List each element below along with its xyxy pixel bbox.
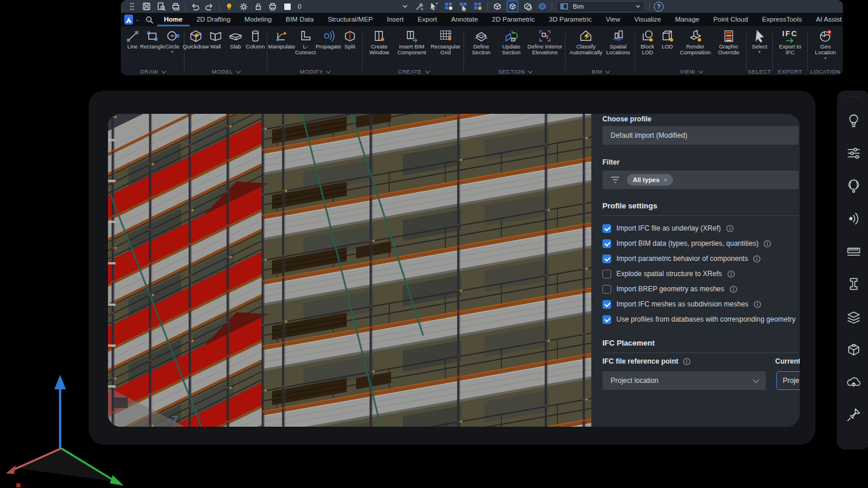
tool-block-lod[interactable]: Block LOD: [637, 27, 657, 57]
tool-lod[interactable]: LOD: [657, 27, 677, 50]
group-label-create[interactable]: CREATE: [365, 67, 461, 75]
propagate-waves-icon[interactable]: [846, 211, 862, 226]
cube-copy-icon[interactable]: [522, 1, 533, 12]
tool-rectangle[interactable]: Rectangle: [142, 27, 162, 50]
tab-ai-assist[interactable]: AI Assist: [809, 13, 843, 26]
setting-row-6[interactable]: Use profiles from databases with corresp…: [602, 312, 800, 327]
multi-select-cursor-icon[interactable]: [429, 1, 440, 12]
tool-insert-bim-component[interactable]: Insert BIM Component: [393, 27, 430, 57]
deck-icon[interactable]: [846, 243, 862, 259]
cube-filled-icon[interactable]: [537, 1, 548, 12]
tab-home[interactable]: Home: [157, 13, 190, 26]
tab-annotate[interactable]: Annotate: [444, 13, 485, 26]
cloud-upload-icon[interactable]: [846, 374, 862, 390]
lamp-icon[interactable]: [224, 1, 234, 12]
block-icon[interactable]: [846, 341, 862, 357]
tab-2d-drafting[interactable]: 2D Drafting: [190, 13, 238, 26]
pin-icon[interactable]: [846, 407, 862, 423]
group-label-modify[interactable]: MODIFY: [270, 67, 360, 75]
sun-icon[interactable]: [238, 1, 249, 12]
group-label-bim[interactable]: BIM: [568, 67, 632, 75]
checkbox-checked[interactable]: [602, 315, 611, 324]
tab-view[interactable]: View: [599, 13, 628, 26]
setting-row-3[interactable]: Explode spatial structure to XRefs: [602, 266, 800, 281]
tool-circle[interactable]: Circle▾: [162, 27, 182, 54]
tool-render-composition[interactable]: Render Composition: [677, 27, 713, 57]
tool-rectangular-grid[interactable]: Rectangular Grid: [430, 27, 461, 57]
undo-icon[interactable]: [190, 1, 200, 12]
current-location-button[interactable]: Proje: [776, 371, 800, 390]
chip-close-icon[interactable]: ×: [664, 176, 667, 183]
tool-graphic-override[interactable]: Graphic Override: [713, 27, 744, 57]
tab-modeling[interactable]: Modeling: [238, 13, 279, 26]
tab-3d-parametric[interactable]: 3D Parametric: [542, 13, 599, 26]
tab-2d-parametric[interactable]: 2D Parametric: [485, 13, 542, 26]
menu-caret-icon[interactable]: ▾: [824, 57, 827, 60]
tool-propagate[interactable]: Propagate: [317, 27, 340, 50]
filter-field[interactable]: All types×: [602, 170, 799, 189]
printer2-icon[interactable]: [267, 1, 278, 12]
layers-icon[interactable]: [846, 309, 862, 325]
group-label-select[interactable]: SELECT: [749, 67, 769, 75]
tool-export-to-ifc[interactable]: IFCExport to IFC: [775, 27, 805, 57]
setting-row-1[interactable]: Import BIM data (types, properties, quan…: [602, 236, 800, 251]
chevron-down-icon[interactable]: [400, 1, 410, 12]
eyedropper-icon[interactable]: [414, 1, 425, 12]
tool-select[interactable]: Select▾: [750, 27, 769, 54]
tool-l-connect[interactable]: L-Connect: [294, 27, 316, 57]
group-label-location[interactable]: LOCATION: [810, 67, 841, 75]
tab-bim-data[interactable]: BIM Data: [279, 13, 321, 26]
tool-wall[interactable]: Wall: [205, 27, 225, 50]
checkbox-unchecked[interactable]: [602, 285, 611, 294]
checkbox-unchecked[interactable]: [602, 270, 611, 278]
setting-row-0[interactable]: Import IFC file as underlay (XRef): [602, 221, 800, 236]
print-icon[interactable]: [170, 1, 181, 12]
tool-update-section[interactable]: Update Section: [496, 27, 527, 57]
tab-export[interactable]: Export: [411, 13, 444, 26]
redo-icon[interactable]: [204, 1, 215, 12]
tab-expresstools[interactable]: ExpressTools: [755, 13, 808, 26]
grid-bulb-white-icon[interactable]: [444, 1, 454, 12]
profile-select[interactable]: Default import (Modified): [602, 126, 799, 145]
grip-icon[interactable]: [127, 1, 137, 12]
tool-define-interior-elevations[interactable]: Define Interior Elevations: [527, 27, 563, 57]
grid-cursor-icon[interactable]: [458, 1, 469, 12]
print-preview-icon[interactable]: [156, 1, 166, 12]
group-label-model[interactable]: MODEL: [187, 67, 264, 75]
checkbox-checked[interactable]: [602, 300, 611, 309]
toolbar-grip-icon[interactable]: ····: [837, 90, 868, 104]
reference-point-select[interactable]: Project location: [602, 371, 766, 390]
cube-outline-icon[interactable]: [492, 1, 503, 12]
group-label-view[interactable]: VIEW: [637, 67, 744, 75]
filter-chip[interactable]: All types×: [627, 174, 673, 186]
group-label-section[interactable]: SECTION: [466, 67, 563, 75]
color-swatch[interactable]: [282, 1, 292, 12]
sliders-icon[interactable]: [846, 145, 862, 161]
tool-create-window[interactable]: Create Window: [365, 27, 393, 57]
tab-visualize[interactable]: Visualize: [628, 13, 668, 26]
tab-structural-mep[interactable]: Structural/MEP: [320, 13, 379, 26]
tool-column[interactable]: Column: [245, 27, 265, 50]
tab-insert[interactable]: Insert: [380, 13, 411, 26]
tool-split[interactable]: Split: [340, 27, 360, 50]
tool-classify-automatically[interactable]: Classify Automatically: [568, 27, 604, 57]
checkbox-checked[interactable]: [602, 224, 611, 233]
setting-row-2[interactable]: Import parametric behavior of components: [602, 251, 800, 266]
grid-bulb-yellow-icon[interactable]: [473, 1, 483, 12]
lock-icon[interactable]: [253, 1, 263, 12]
workspace-combo[interactable]: Bim: [556, 1, 645, 12]
save-icon[interactable]: [141, 1, 152, 12]
app-logo[interactable]: [124, 15, 133, 25]
tab-point-cloud[interactable]: Point Cloud: [706, 13, 755, 26]
group-label-draw[interactable]: DRAW: [123, 67, 182, 75]
setting-row-4[interactable]: Import BREP geometry as meshes: [602, 281, 800, 297]
checkbox-checked[interactable]: [602, 255, 611, 263]
tool-define-section[interactable]: Define Section: [466, 27, 496, 57]
balloon-icon[interactable]: [846, 178, 862, 194]
cube-active-icon[interactable]: [507, 1, 518, 12]
tool-quickdraw[interactable]: Quickdraw: [186, 27, 205, 50]
search-icon[interactable]: [145, 16, 154, 24]
menu-caret-icon[interactable]: ▾: [171, 50, 173, 53]
i-beam-icon[interactable]: [846, 276, 862, 292]
tool-spatial-locations[interactable]: Spatial Locations: [604, 27, 633, 57]
